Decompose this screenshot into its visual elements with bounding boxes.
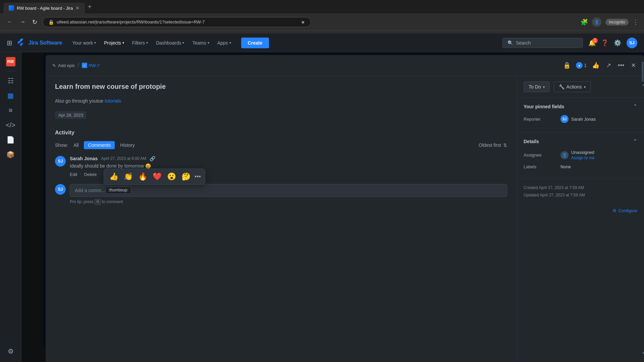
emoji-more-button[interactable]: ••• xyxy=(195,173,201,180)
details-section: Details ⌃ Assignee 👤 Unassigned Assign t… xyxy=(517,133,644,179)
filter-history-button[interactable]: History xyxy=(117,141,138,149)
nav-dashboards[interactable]: Dashboards ▾ xyxy=(153,38,188,48)
notification-badge: 1 xyxy=(592,38,598,43)
user-avatar[interactable]: SJ xyxy=(627,38,637,48)
updated-text: Updated April 27, 2023 at 7:59 AM xyxy=(524,192,637,199)
comment-input[interactable]: Add a comm... xyxy=(70,184,507,197)
left-sidebar: RW ☷ ▦ ≡ </> 📄 📦 ⚙ xyxy=(0,51,21,362)
nav-items: Your work ▾ Projects ▾ Filters ▾ Dashboa… xyxy=(69,38,269,48)
sidebar-divider xyxy=(5,71,16,71)
active-tab[interactable]: RW board - Agile board - Jira ✕ xyxy=(3,3,85,13)
sidebar-icon-settings[interactable]: ⚙ xyxy=(4,345,17,358)
tab-favicon xyxy=(9,5,14,11)
sidebar-icon-releases[interactable]: 📦 xyxy=(4,148,17,161)
pinned-fields-section: Your pinned fields ⌃ Reporter SJ Sarah J… xyxy=(517,98,644,133)
actions-button[interactable]: 🔧 Actions ▾ xyxy=(554,81,591,92)
extensions-button[interactable]: 🧩 xyxy=(581,18,588,26)
comment-body: Sarah Jonas April 27, 2023 at 8:00 AM 🔗 … xyxy=(70,156,507,177)
emoji-fire[interactable]: 🔥 xyxy=(137,172,149,182)
breadcrumb-issue-id[interactable]: ✓ RW-7 xyxy=(82,63,100,68)
collapse-pinned-button[interactable]: ⌃ xyxy=(633,103,637,110)
configure-label[interactable]: Configure xyxy=(619,208,637,213)
filter-all-button[interactable]: All xyxy=(71,141,82,149)
details-title: Details xyxy=(524,139,539,144)
chevron-down-icon: ▾ xyxy=(94,41,96,45)
forward-button[interactable]: → xyxy=(18,17,27,27)
sort-button[interactable]: Oldest first ⇅ xyxy=(479,142,507,148)
edit-comment-button[interactable]: Edit xyxy=(70,172,77,177)
right-panel: To Do ▾ 🔧 Actions ▾ Your pinned fields ⌃ xyxy=(517,76,644,362)
labels-value: None xyxy=(560,164,571,169)
comment-link-icon[interactable]: 🔗 xyxy=(150,156,155,161)
help-button[interactable]: ❓ xyxy=(601,39,608,47)
tab-title: RW board - Agile board - Jira xyxy=(17,6,73,11)
pro-tip: Pro tip: press M to comment xyxy=(70,199,507,204)
assignee-info: Unassigned Assign to me xyxy=(571,150,594,160)
nav-filters[interactable]: Filters ▾ xyxy=(129,38,151,48)
reporter-value: SJ Sarah Jonas xyxy=(560,115,596,123)
chevron-down-icon: ▾ xyxy=(229,41,231,45)
labels-field-row: Labels None xyxy=(524,164,637,169)
incognito-badge: Incognito xyxy=(605,19,629,25)
reporter-avatar: SJ xyxy=(560,115,569,123)
watchers-button[interactable]: ● 1 xyxy=(576,62,587,69)
create-button[interactable]: Create xyxy=(241,38,269,48)
sidebar-icon-backlog[interactable]: ≡ xyxy=(4,104,17,117)
sidebar-icon-board[interactable]: ☷ xyxy=(4,74,17,87)
sidebar-icon-kanban[interactable]: ▦ xyxy=(4,89,17,102)
reload-button[interactable]: ↻ xyxy=(31,17,39,27)
emoji-heart[interactable]: ❤️ xyxy=(151,172,163,182)
jira-navbar: ⊞ Jira Software Your work ▾ Projects ▾ F… xyxy=(0,34,644,52)
show-label: Show: xyxy=(55,142,68,148)
back-button[interactable]: ← xyxy=(5,17,14,27)
created-text: Created April 27, 2023 at 7:59 AM xyxy=(524,184,637,192)
assign-to-me-link[interactable]: Assign to me xyxy=(571,156,594,160)
settings-button[interactable]: ⚙️ xyxy=(614,39,621,47)
configure-row[interactable]: ⚙ Configure xyxy=(517,204,644,217)
profile-button[interactable]: 👤 xyxy=(592,17,601,27)
emoji-thinking[interactable]: 🤔 xyxy=(180,172,192,182)
jira-logo[interactable]: Jira Software xyxy=(16,38,62,48)
timestamps-section: Created April 27, 2023 at 7:59 AM Update… xyxy=(517,179,644,204)
action-separator: · xyxy=(80,171,81,177)
status-button[interactable]: To Do ▾ xyxy=(524,81,550,92)
nav-projects[interactable]: Projects ▾ xyxy=(101,38,127,48)
reporter-name: Sarah Jonas xyxy=(571,117,596,122)
new-tab-button[interactable]: + xyxy=(88,3,92,11)
close-button[interactable]: ✕ xyxy=(630,60,637,70)
notifications-button[interactable]: 🔔 1 xyxy=(588,39,596,47)
delete-comment-button[interactable]: Delete xyxy=(84,172,97,177)
emoji-thumbsup[interactable]: 👍 xyxy=(108,172,120,182)
share-button[interactable]: ↗ xyxy=(605,60,612,70)
description-link[interactable]: tutorials xyxy=(105,98,121,104)
nav-apps[interactable]: Apps ▾ xyxy=(214,38,234,48)
assignee-value-group: 👤 Unassigned Assign to me xyxy=(560,150,594,160)
sidebar-icon-project[interactable]: RW xyxy=(4,55,17,68)
emoji-tooltip: :thumbsup: xyxy=(105,186,131,194)
filter-comments-button[interactable]: Comments xyxy=(84,141,115,149)
emoji-surprised[interactable]: 😮 xyxy=(166,172,177,182)
comment-author: Sarah Jonas xyxy=(70,156,98,161)
sidebar-icon-code[interactable]: </> xyxy=(4,118,17,132)
logo-text: Jira Software xyxy=(29,40,62,46)
nav-your-work[interactable]: Your work ▾ xyxy=(69,38,99,48)
issue-modal: ✎ Add epic / ✓ RW-7 🔒 ● 1 👍 ↗ ••• ✕ xyxy=(46,55,644,362)
emoji-clap[interactable]: 👏 xyxy=(122,172,134,182)
search-box[interactable]: 🔍 Search xyxy=(502,38,583,48)
activity-filters: Show: All Comments History Oldest first … xyxy=(55,141,507,149)
assignee-avatar: 👤 xyxy=(560,151,569,159)
like-button[interactable]: 👍 xyxy=(591,60,601,70)
breadcrumb-add-epic[interactable]: ✎ Add epic xyxy=(52,63,75,68)
search-icon: 🔍 xyxy=(507,40,513,46)
lock-button[interactable]: 🔒 xyxy=(562,60,572,70)
details-header: Details ⌃ xyxy=(524,138,637,144)
more-options-button[interactable]: ••• xyxy=(616,61,626,70)
tab-close-button[interactable]: ✕ xyxy=(75,5,79,11)
emoji-picker: 👍 👏 🔥 ❤️ 😮 🤔 ••• :thumbsup: xyxy=(104,169,205,185)
grid-icon[interactable]: ⊞ xyxy=(7,39,12,47)
menu-button[interactable]: ⋮ xyxy=(633,18,639,26)
address-bar[interactable]: 🔒 uifeed.atlassian.net/jira/software/pro… xyxy=(43,17,311,27)
collapse-details-button[interactable]: ⌃ xyxy=(633,138,637,144)
nav-teams[interactable]: Teams ▾ xyxy=(189,38,212,48)
sidebar-icon-pages[interactable]: 📄 xyxy=(4,133,17,146)
